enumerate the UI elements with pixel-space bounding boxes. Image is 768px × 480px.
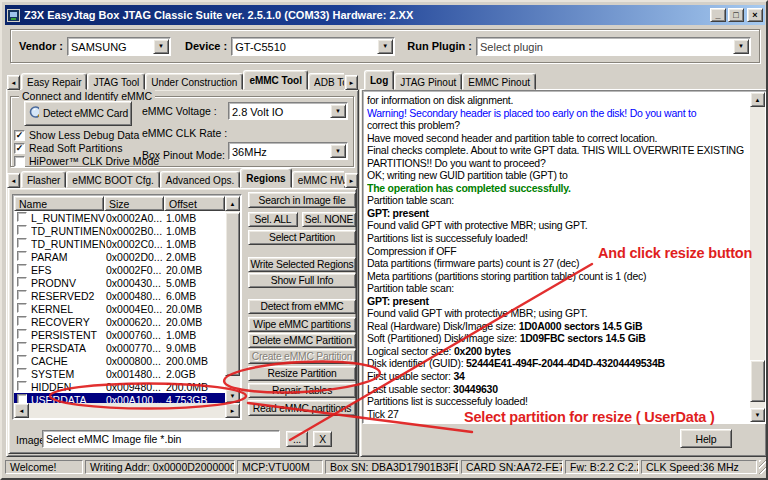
scroll-left-icon[interactable]: ◄ xyxy=(14,403,29,418)
partition-checkbox[interactable] xyxy=(17,225,27,235)
dropdown-arrow-icon[interactable]: ▼ xyxy=(377,39,393,54)
help-button[interactable]: Help xyxy=(680,429,732,448)
partition-row-recovery[interactable]: RECOVERY0x000620...20.0MB xyxy=(14,315,225,328)
partition-row-efs[interactable]: EFS0x0002F0...20.0MB xyxy=(14,263,225,276)
log-panel[interactable]: for information on disk alignment.Warnin… xyxy=(362,90,767,424)
partition-row-persdata[interactable]: PERSDATA0x000770...9.0MB xyxy=(14,341,225,354)
select-partition-button[interactable]: Select Partition xyxy=(248,230,356,245)
detect-from-emmc-button[interactable]: Detect from eMMC xyxy=(248,299,356,314)
repair-tables-button[interactable]: Repair Tables xyxy=(248,383,356,398)
partition-row-hidden[interactable]: HIDDEN0x009480...200.0MB xyxy=(14,380,225,393)
tab-regions[interactable]: Regions xyxy=(240,168,291,188)
column-header-offset[interactable]: Offset xyxy=(164,196,225,211)
partition-table[interactable]: Name Size Offset L_RUNTIMENV20x0002A0...… xyxy=(12,194,242,420)
partition-row-reserved2[interactable]: RESERVED20x000480...6.0MB xyxy=(14,289,225,302)
checkbox-icon[interactable]: ✓ xyxy=(14,143,25,154)
tab-advanced-ops[interactable]: Advanced Ops. xyxy=(160,171,240,188)
partition-row-td-runtimen[interactable]: TD_RUNTIMEN...0x0002C0...1.0MB xyxy=(14,237,225,250)
resize-grip[interactable] xyxy=(759,460,768,474)
dropdown-arrow-icon[interactable]: ▼ xyxy=(733,39,749,54)
tab-log[interactable]: Log xyxy=(364,70,394,90)
partition-checkbox[interactable] xyxy=(17,303,27,313)
read-soft-partitions-checkbox[interactable]: ✓ Read Soft Partitions xyxy=(14,142,122,154)
partition-checkbox[interactable] xyxy=(17,316,27,326)
device-select[interactable]: GT-C5510 ▼ xyxy=(231,37,395,56)
tab-emmc-pinout[interactable]: EMMC Pinout xyxy=(462,73,536,90)
select-all-button[interactable]: Sel. ALL xyxy=(248,212,298,227)
close-button[interactable]: × xyxy=(747,8,763,22)
partition-row-userdata[interactable]: USERDATA0x00A100...4.753GB xyxy=(14,393,225,403)
tab-emmc-tool[interactable]: eMMC Tool xyxy=(243,70,308,90)
scroll-down-icon[interactable]: ▼ xyxy=(225,389,240,403)
scroll-thumb[interactable] xyxy=(750,360,765,402)
partition-row-td-runtimen[interactable]: TD_RUNTIMEN...0x0002B0...1.0MB xyxy=(14,224,225,237)
partition-vscrollbar[interactable]: ▲ ▼ xyxy=(225,196,240,403)
delete-emmc-partition-button[interactable]: Delete eMMC Partition xyxy=(248,333,356,348)
tab-emmc-hw-par[interactable]: eMMC HW Par xyxy=(292,171,344,188)
partition-row-system[interactable]: SYSTEM0x001480...2.0GB xyxy=(14,367,225,380)
partition-checkbox[interactable] xyxy=(17,368,27,378)
tab-emmc-boot-cfg[interactable]: eMMC BOOT Cfg. xyxy=(66,171,160,188)
partition-row-cache[interactable]: CACHE0x000800...200.0MB xyxy=(14,354,225,367)
partition-checkbox[interactable] xyxy=(17,290,27,300)
partition-checkbox[interactable] xyxy=(17,355,27,365)
minimize-button[interactable]: _ xyxy=(710,8,726,22)
emmc-clk-select[interactable]: 36MHz ▼ xyxy=(228,142,348,160)
partition-checkbox[interactable] xyxy=(17,264,27,274)
partition-checkbox[interactable] xyxy=(17,342,27,352)
partition-checkbox[interactable] xyxy=(17,251,27,261)
hipower-clk-checkbox[interactable]: HiPower™ CLK Drive Mode xyxy=(14,155,159,167)
show-less-debug-checkbox[interactable]: ✓ Show Less Debug Data xyxy=(14,129,139,141)
browse-image-button[interactable]: ... xyxy=(286,431,308,447)
scroll-right-icon[interactable]: ► xyxy=(225,403,240,418)
partition-checkbox[interactable] xyxy=(17,394,27,403)
partition-row-persistent[interactable]: PERSISTENT0x000760...1.0MB xyxy=(14,328,225,341)
tab-jtag-pinout[interactable]: JTAG Pinout xyxy=(394,73,462,90)
checkbox-icon[interactable] xyxy=(14,156,25,167)
show-full-info-button[interactable]: Show Full Info xyxy=(248,273,356,288)
dropdown-arrow-icon[interactable]: ▼ xyxy=(330,144,346,158)
tab-under-construction[interactable]: Under Construction xyxy=(145,73,243,90)
select-none-button[interactable]: Sel. NONE xyxy=(302,212,356,227)
wipe-emmc-partitions-button[interactable]: Wipe eMMC partitions xyxy=(248,317,356,332)
partition-checkbox[interactable] xyxy=(17,381,27,391)
tab-scroll-right-icon[interactable]: ► xyxy=(345,173,358,188)
resize-partition-button[interactable]: Resize Partition xyxy=(248,366,356,381)
dropdown-arrow-icon[interactable]: ▼ xyxy=(330,104,346,118)
log-vscrollbar[interactable]: ▲ ▼ xyxy=(750,92,765,422)
tab-flasher[interactable]: Flasher xyxy=(21,171,66,188)
clear-image-button[interactable]: X xyxy=(313,431,332,447)
maximize-button[interactable]: □ xyxy=(728,8,744,22)
image-file-input[interactable]: Select eMMC Image file *.bin xyxy=(42,430,280,448)
scroll-up-icon[interactable]: ▲ xyxy=(225,196,240,211)
partition-row-kernel[interactable]: KERNEL0x0004E0...20.0MB xyxy=(14,302,225,315)
column-header-name[interactable]: Name xyxy=(14,196,104,211)
tab-easy-repair[interactable]: Easy Repair xyxy=(21,73,87,90)
scroll-up-icon[interactable]: ▲ xyxy=(750,92,765,107)
scroll-track[interactable] xyxy=(29,403,225,418)
tab-scroll-left-icon[interactable]: ◄ xyxy=(7,173,20,188)
tab-jtag-tool[interactable]: JTAG Tool xyxy=(87,73,145,90)
detect-emmc-button[interactable]: Detect eMMC Card xyxy=(24,101,132,126)
read-emmc-partitions-button[interactable]: Read eMMC partitions xyxy=(248,400,356,416)
partition-row-param[interactable]: PARAM0x0002D0...2.0MB xyxy=(14,250,225,263)
run-plugin-select[interactable]: Select plugin ▼ xyxy=(476,37,751,56)
partition-checkbox[interactable] xyxy=(17,212,27,222)
search-in-image-button[interactable]: Search in Image file xyxy=(248,192,356,208)
scroll-thumb[interactable] xyxy=(225,212,240,376)
checkbox-icon[interactable]: ✓ xyxy=(14,130,25,141)
partition-checkbox[interactable] xyxy=(17,329,27,339)
column-header-size[interactable]: Size xyxy=(104,196,164,211)
partition-row-l-runtimenv2[interactable]: L_RUNTIMENV20x0002A0...1.0MB xyxy=(14,211,225,224)
scroll-down-icon[interactable]: ▼ xyxy=(750,408,765,422)
partition-checkbox[interactable] xyxy=(17,238,27,248)
tab-adb-tool[interactable]: ADB Tool xyxy=(308,73,344,90)
partition-row-prodnv[interactable]: PRODNV0x000430...5.0MB xyxy=(14,276,225,289)
write-selected-regions-button[interactable]: Write Selected Regions xyxy=(248,257,356,272)
emmc-voltage-select[interactable]: 2.8 Volt IO ▼ xyxy=(228,102,348,120)
tab-scroll-right-icon[interactable]: ► xyxy=(345,75,358,90)
partition-hscrollbar[interactable]: ◄ ► xyxy=(14,403,240,418)
partition-checkbox[interactable] xyxy=(17,277,27,287)
dropdown-arrow-icon[interactable]: ▼ xyxy=(153,39,169,54)
vendor-select[interactable]: SAMSUNG ▼ xyxy=(67,37,171,56)
